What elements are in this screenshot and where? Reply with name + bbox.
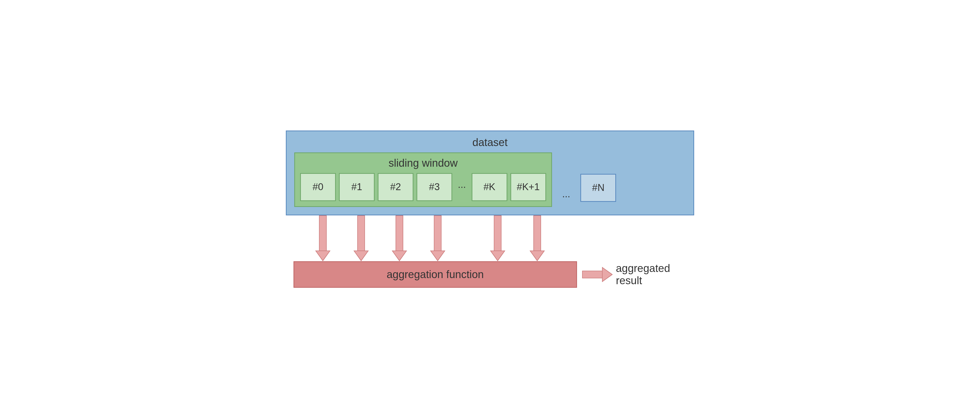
dataset-content: sliding window #0 #1 #2 #3 ··· #K #K+1 ·… — [294, 152, 686, 207]
window-item-row: #0 #1 #2 #3 ··· #K #K+1 — [300, 173, 546, 201]
window-item: #0 — [300, 173, 336, 201]
arrow-down-icon — [392, 215, 407, 261]
arrow-down-icon — [530, 215, 545, 261]
arrows-row — [301, 215, 694, 261]
result-row: aggregation function aggregated result — [286, 261, 694, 288]
ellipsis: ··· — [560, 191, 573, 202]
aggregation-box: aggregation function — [293, 261, 577, 288]
arrow-down-icon — [353, 215, 369, 261]
result-label: aggregated result — [616, 262, 694, 287]
sliding-window-diagram: dataset sliding window #0 #1 #2 #3 ··· #… — [286, 130, 694, 288]
window-item: #K+1 — [511, 173, 546, 201]
arrow-right-icon — [582, 267, 611, 282]
window-item: #1 — [339, 173, 375, 201]
window-item: #2 — [378, 173, 414, 201]
window-item: #K — [472, 173, 508, 201]
dataset-last-item: #N — [580, 174, 616, 202]
ellipsis: ··· — [455, 182, 469, 192]
arrow-down-icon — [430, 215, 445, 261]
outside-items: ··· #N — [560, 152, 616, 207]
sliding-window-box: sliding window #0 #1 #2 #3 ··· #K #K+1 — [294, 152, 552, 207]
dataset-box: dataset sliding window #0 #1 #2 #3 ··· #… — [286, 130, 694, 215]
arrow-down-icon — [315, 215, 331, 261]
dataset-label: dataset — [294, 136, 686, 149]
window-item: #3 — [417, 173, 452, 201]
sliding-window-label: sliding window — [300, 157, 546, 169]
arrow-down-icon — [490, 215, 505, 261]
